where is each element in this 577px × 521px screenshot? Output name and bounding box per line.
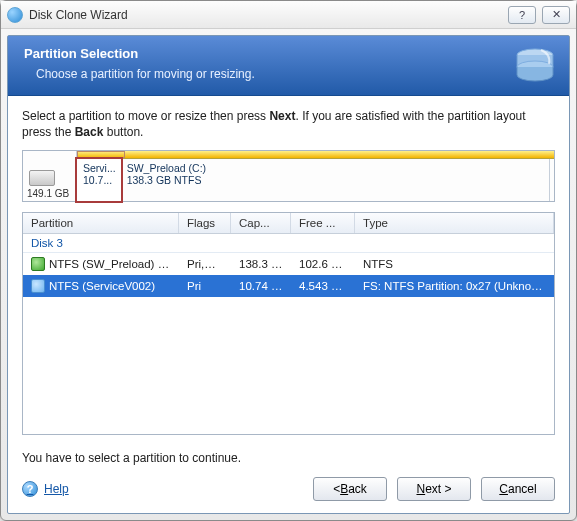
instruction-pre: Select a partition to move or resize the… (22, 109, 269, 123)
table-body: NTFS (SW_Preload) (C:)Pri,Act.138.3 GB10… (23, 253, 554, 297)
cell-free: 102.6 GB (291, 256, 355, 272)
next-accel: N (416, 482, 425, 496)
cell-partition: NTFS (ServiceV002) (23, 277, 179, 295)
cell-type: NTFS (355, 256, 554, 272)
help-link[interactable]: ? Help (22, 481, 303, 497)
hard-drive-icon (29, 170, 55, 186)
instruction-next-word: Next (269, 109, 295, 123)
partition-cell[interactable]: Servi...10.7... (75, 157, 123, 203)
footer-message: You have to select a partition to contin… (8, 441, 569, 469)
page-title: Partition Selection (24, 46, 553, 61)
cancel-accel: C (499, 482, 508, 496)
cell-capacity: 10.74 GB (231, 278, 291, 294)
partition-info: 138.3 GB NTFS (127, 174, 543, 186)
client-area: Partition Selection Choose a partition f… (7, 35, 570, 514)
help-window-button[interactable]: ? (508, 6, 536, 24)
disk-map: 149.1 GB Servi...10.7...SW_Preload (C:)1… (22, 150, 555, 202)
window-title: Disk Clone Wizard (29, 8, 508, 22)
partition-name: SW_Preload (C:) (127, 162, 543, 174)
disk-group-row[interactable]: Disk 3 (23, 234, 554, 253)
cell-free: 4.543 GB (291, 278, 355, 294)
header-band: Partition Selection Choose a partition f… (8, 36, 569, 96)
disk-stack-icon (511, 44, 559, 84)
cell-capacity: 138.3 GB (231, 256, 291, 272)
table-row[interactable]: NTFS (SW_Preload) (C:)Pri,Act.138.3 GB10… (23, 253, 554, 275)
back-button[interactable]: < Back (313, 477, 387, 501)
cell-flags: Pri (179, 278, 231, 294)
close-window-button[interactable]: ✕ (542, 6, 570, 24)
col-flags[interactable]: Flags (179, 213, 231, 233)
instruction-post: button. (103, 125, 143, 139)
content-area: Select a partition to move or resize the… (8, 96, 569, 441)
cancel-button[interactable]: Cancel (481, 477, 555, 501)
col-partition[interactable]: Partition (23, 213, 179, 233)
app-icon (7, 7, 23, 23)
help-label: Help (44, 482, 69, 496)
col-type[interactable]: Type (355, 213, 554, 233)
cell-partition: NTFS (SW_Preload) (C:) (23, 255, 179, 273)
partition-info: 10.7... (83, 174, 115, 186)
table-header: Partition Flags Cap... Free ... Type (23, 213, 554, 234)
page-subtitle: Choose a partition for moving or resizin… (36, 67, 553, 81)
disk-block[interactable]: 149.1 GB (23, 151, 77, 201)
partition-cell[interactable]: SW_Preload (C:)138.3 GB NTFS (121, 159, 550, 201)
cell-flags: Pri,Act. (179, 256, 231, 272)
disk-size-label: 149.1 GB (27, 188, 72, 199)
partition-name: Servi... (83, 162, 115, 174)
volume-icon (31, 279, 45, 293)
table-row[interactable]: NTFS (ServiceV002)Pri10.74 GB4.543 GBFS:… (23, 275, 554, 297)
instruction-back-word: Back (75, 125, 104, 139)
partition-table: Partition Flags Cap... Free ... Type Dis… (22, 212, 555, 435)
titlebar: Disk Clone Wizard ? ✕ (1, 1, 576, 29)
cell-type: FS: NTFS Partition: 0x27 (Unknown) (355, 278, 554, 294)
help-icon: ? (22, 481, 38, 497)
button-bar: ? Help < Back Next > Cancel (8, 469, 569, 513)
partition-strip: Servi...10.7...SW_Preload (C:)138.3 GB N… (77, 151, 554, 201)
next-button[interactable]: Next > (397, 477, 471, 501)
usage-bar (77, 151, 554, 159)
col-capacity[interactable]: Cap... (231, 213, 291, 233)
window-buttons: ? ✕ (508, 6, 570, 24)
wizard-window: Disk Clone Wizard ? ✕ Partition Selectio… (0, 0, 577, 521)
usage-seg (125, 151, 554, 158)
partition-row: Servi...10.7...SW_Preload (C:)138.3 GB N… (77, 159, 554, 201)
back-accel: B (340, 482, 348, 496)
col-free[interactable]: Free ... (291, 213, 355, 233)
volume-icon (31, 257, 45, 271)
instruction-text: Select a partition to move or resize the… (22, 108, 555, 140)
